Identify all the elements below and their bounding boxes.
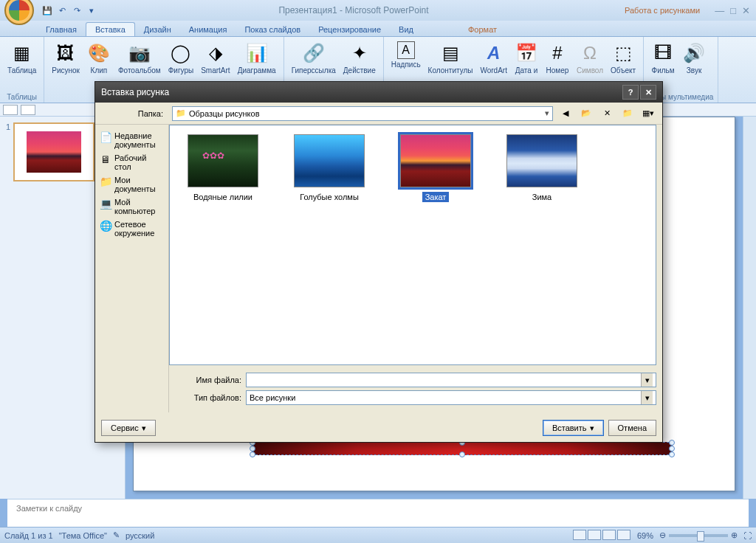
slide-number: 1 xyxy=(6,122,10,181)
notes-pane[interactable]: Заметки к слайду xyxy=(7,499,749,527)
status-theme: "Тема Office" xyxy=(59,531,107,540)
resize-handle[interactable] xyxy=(250,452,255,457)
context-tab-title: Работа с рисунками xyxy=(610,6,715,15)
filename-input[interactable]: ▾ xyxy=(246,373,656,387)
tab-slideshow[interactable]: Показ слайдов xyxy=(236,23,309,36)
action-button[interactable]: ✦Действие xyxy=(340,40,379,76)
status-bar: Слайд 1 из 1 "Тема Office" ✎ русский 69%… xyxy=(0,527,756,543)
qat-dropdown-icon[interactable]: ▾ xyxy=(86,4,97,16)
file-list: Водяные лилии Голубые холмы Закат Зима xyxy=(169,125,656,365)
view-buttons[interactable] xyxy=(572,530,631,542)
folder-icon: 📁 xyxy=(176,108,186,118)
datetime-button[interactable]: 📅Дата и xyxy=(512,40,541,76)
tools-button[interactable]: Сервис▾ xyxy=(101,420,156,436)
places-recent[interactable]: 📄Недавние документы xyxy=(98,129,165,151)
save-icon[interactable]: 💾 xyxy=(41,4,53,16)
sound-button[interactable]: 🔊Звук xyxy=(679,40,709,76)
slidenumber-button[interactable]: #Номер xyxy=(543,40,572,76)
folder-label: Папка: xyxy=(101,109,168,118)
places-desktop[interactable]: 🖥Рабочий стол xyxy=(98,151,165,173)
symbol-button[interactable]: ΩСимвол xyxy=(574,40,606,76)
up-one-level-button[interactable]: 📂 xyxy=(578,106,594,121)
close-button[interactable]: ✕ xyxy=(742,5,750,16)
dialog-titlebar[interactable]: Вставка рисунка ? ✕ xyxy=(95,82,662,103)
zoom-out-button[interactable]: ⊖ xyxy=(659,530,666,540)
file-item-selected[interactable]: Закат xyxy=(391,134,480,202)
places-mycomp[interactable]: 💻Мой компьютер xyxy=(98,196,165,218)
dialog-close-button[interactable]: ✕ xyxy=(640,85,656,100)
tab-insert[interactable]: Вставка xyxy=(86,22,135,36)
photoalbum-button[interactable]: 📷Фотоальбом xyxy=(115,40,164,76)
wordart-button[interactable]: AWordArt xyxy=(477,40,510,76)
cancel-button[interactable]: Отмена xyxy=(608,420,656,436)
chevron-down-icon[interactable]: ▾ xyxy=(641,391,653,404)
tab-home[interactable]: Главная xyxy=(37,23,86,36)
chevron-down-icon[interactable]: ▾ xyxy=(641,373,653,387)
ribbon-tabs: Главная Вставка Дизайн Анимация Показ сл… xyxy=(0,21,756,37)
tab-view[interactable]: Вид xyxy=(390,23,422,36)
outline-view-icon[interactable] xyxy=(3,105,18,115)
undo-icon[interactable]: ↶ xyxy=(56,4,68,16)
insert-button[interactable]: Вставить▾ xyxy=(543,420,604,436)
tab-review[interactable]: Рецензирование xyxy=(309,23,390,36)
headerfooter-button[interactable]: ▤Колонтитулы xyxy=(425,40,476,76)
insert-picture-dialog: Вставка рисунка ? ✕ Папка: 📁 Образцы рис… xyxy=(94,81,663,443)
chevron-down-icon[interactable]: ▾ xyxy=(545,108,549,118)
tab-design[interactable]: Дизайн xyxy=(135,23,180,36)
file-item[interactable]: Водяные лилии xyxy=(179,134,267,202)
tables-group-label: Таблицы xyxy=(4,93,39,101)
picture-button[interactable]: 🖼Рисунок xyxy=(49,40,83,76)
slide-thumbnail[interactable] xyxy=(13,122,94,181)
vertical-scrollbar[interactable] xyxy=(743,117,756,499)
window-title: Презентация1 - Microsoft PowerPoint xyxy=(97,5,610,15)
places-network[interactable]: 🌐Сетевое окружение xyxy=(98,218,165,240)
table-button[interactable]: ▦Таблица xyxy=(4,40,39,76)
fit-window-button[interactable]: ⛶ xyxy=(743,531,752,540)
hyperlink-button[interactable]: 🔗Гиперссылка xyxy=(289,40,339,76)
dialog-title: Вставка рисунка xyxy=(101,87,621,97)
resize-handle[interactable] xyxy=(669,446,675,452)
places-bar: 📄Недавние документы 🖥Рабочий стол 📁Мои д… xyxy=(95,125,169,412)
shapes-button[interactable]: ◯Фигуры xyxy=(165,40,196,76)
clip-button[interactable]: 🎨Клип xyxy=(84,40,114,76)
zoom-in-button[interactable]: ⊕ xyxy=(731,530,738,540)
filename-label: Имя файла: xyxy=(175,376,241,384)
quick-access-toolbar: 💾 ↶ ↷ ▾ xyxy=(38,4,97,16)
minimize-button[interactable]: — xyxy=(715,5,724,16)
object-button[interactable]: ⬚Объект xyxy=(608,40,639,76)
chart-button[interactable]: 📊Диаграмма xyxy=(235,40,279,76)
movie-button[interactable]: 🎞Фильм xyxy=(648,40,678,76)
tab-format[interactable]: Формат xyxy=(459,23,506,36)
resize-handle[interactable] xyxy=(459,452,465,457)
folder-combo[interactable]: 📁 Образцы рисунков ▾ xyxy=(172,106,553,121)
tab-animation[interactable]: Анимация xyxy=(180,23,236,36)
slides-view-icon[interactable] xyxy=(21,105,35,115)
delete-button[interactable]: ✕ xyxy=(599,106,615,121)
selected-image[interactable] xyxy=(252,442,673,455)
filetype-label: Тип файлов: xyxy=(175,393,241,402)
status-language[interactable]: русский xyxy=(126,531,154,540)
new-folder-button[interactable]: 📁 xyxy=(619,106,636,121)
views-button[interactable]: ▦▾ xyxy=(640,106,656,121)
smartart-button[interactable]: ⬗SmartArt xyxy=(198,40,233,76)
redo-icon[interactable]: ↷ xyxy=(71,4,83,16)
filetype-combo[interactable]: Все рисунки▾ xyxy=(246,390,656,405)
back-button[interactable]: ◀ xyxy=(557,106,574,121)
status-slide: Слайд 1 из 1 xyxy=(4,531,53,540)
places-mydocs[interactable]: 📁Мои документы xyxy=(98,173,165,196)
zoom-level[interactable]: 69% xyxy=(637,531,653,540)
resize-handle[interactable] xyxy=(669,440,675,446)
maximize-button[interactable]: □ xyxy=(730,5,736,16)
zoom-slider[interactable] xyxy=(669,534,728,537)
resize-handle[interactable] xyxy=(669,452,675,457)
help-button[interactable]: ? xyxy=(622,85,639,100)
title-bar: 💾 ↶ ↷ ▾ Презентация1 - Microsoft PowerPo… xyxy=(0,0,756,21)
textbox-button[interactable]: AНадпись xyxy=(388,40,424,76)
spellcheck-icon[interactable]: ✎ xyxy=(113,530,120,540)
resize-handle[interactable] xyxy=(250,446,255,452)
file-item[interactable]: Голубые холмы xyxy=(285,134,374,202)
file-item[interactable]: Зима xyxy=(498,134,586,202)
